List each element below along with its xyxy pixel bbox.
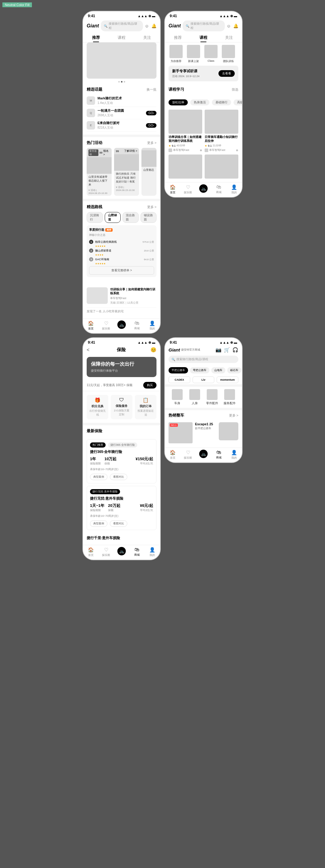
ins-btn-example-1[interactable]: 典型案例 [90,521,107,527]
service-cat-1[interactable]: 人身 [186,389,203,405]
route-list-item-0[interactable]: 1 独库公路经典路线 575.8 公里 [89,239,154,245]
ins-nav-home[interactable]: 🏠 首页 [83,547,98,557]
route-tag-0[interactable]: 沉浸骑行 [87,212,103,223]
tab-course-recommend[interactable]: 推荐 [165,33,191,42]
promo-btn[interactable]: 去看看 [219,70,235,77]
ins-hero-sub: 捷安特骑行体验平台 [91,369,152,373]
sep-1 [83,135,160,137]
notification-icon[interactable]: 🔔 [151,24,157,28]
ins-nav-shop[interactable]: 🛍 商城 [129,547,145,557]
course-cat-2[interactable]: Class [203,45,219,63]
shop-nav-explore[interactable]: ♡ 探乐斯 [180,450,196,460]
activity-card-0[interactable]: 官方活动 99 报名 > 山里没有减速带 都总能让人慢下来 ¥ 活动 | 202… [87,148,111,196]
course-card-1[interactable]: 日常骑车通勤小知识骑行后拉伸 ★ 9.1 21分钟 单车智驾Fast ⊕ [205,110,238,152]
filter-label[interactable]: 筛选 [232,87,238,92]
course-nav-profile[interactable]: 👤 我的 [227,184,242,194]
nav-ride[interactable]: 🚲 [114,320,129,331]
add-btn-0[interactable]: ⊕ [200,149,202,152]
course-nav-explore[interactable]: ♡ 探乐斯 [180,184,196,194]
filter-tag-1[interactable]: 热身激活 [190,99,209,105]
tab-home-course[interactable]: 课程 [109,33,134,42]
tab-home-recommend[interactable]: 推荐 [83,33,109,42]
shop-cart-icon[interactable]: 🛒 [224,347,230,353]
route-tag-3[interactable]: 铺设路面 [140,212,157,223]
route-more[interactable]: 更多 > [147,205,157,209]
route-tag-1[interactable]: 山野林道 [105,212,121,223]
ins-back-btn[interactable]: < [87,347,89,353]
activity-card-meta-1: ¥ 活动 | 2024.08.15-10.30 [114,185,139,193]
filter-tag-3[interactable]: 高级技巧 [233,99,242,105]
nav-shop[interactable]: 🛍 商城 [129,320,145,331]
ins-nav-ride[interactable]: 🚲 [114,547,129,557]
filter-tag-2[interactable]: 基础骑行 [212,99,231,105]
activity-btn-1[interactable]: 了解详情 > [124,149,137,153]
filter-tag-0[interactable]: 放松拉伸 [168,99,188,105]
shop-nav-ride[interactable]: 🚲 [196,450,211,460]
ins-tab-1-0[interactable]: 捷行无忧·意外车损险 [90,489,120,494]
shop-nav-profile[interactable]: 👤 我的 [227,450,242,460]
topic-go-btn-2[interactable]: GO› [146,123,157,128]
course-nav-ride[interactable]: 🚲 [196,184,211,194]
brand-tag-2[interactable]: momentum [217,376,238,383]
ins-tab-hot[interactable]: 热门推荐 [90,442,106,447]
course-notification-icon[interactable]: 🔔 [233,24,238,28]
shop-camera-icon[interactable]: 📷 [216,347,222,353]
route-list-item-1[interactable]: 2 骊山虎坡香道 29.8 公里 [89,248,154,254]
bike-cat-0[interactable]: 平把公路车 [168,367,188,373]
nav-explore[interactable]: ♡ 探乐斯 [98,320,114,331]
activity-btn-0[interactable]: 报名 > [103,149,110,156]
nav-profile[interactable]: 👤 我的 [145,320,160,331]
bike-cat-1[interactable]: 弯把公路车 [190,367,209,373]
product-card-0[interactable]: NO.1 Escape1 25 款平把公路车 [168,421,238,445]
route-list-item-2[interactable]: 3 GAC环海南 64.8 公里 [89,256,154,262]
shop-headphone-icon[interactable]: 🎧 [232,347,238,353]
neutral-color-fill-label: Neutral Color Fill [2,2,32,7]
bike-cat-2[interactable]: 山地车 [211,367,225,373]
activity-card-1[interactable]: 99 了解详情 > 骑行的快乐 只有试过才知道 骑行友好计划！有奖 ¥ 活动 |… [114,148,139,196]
ins-nav-profile[interactable]: 👤 我的 [145,547,160,557]
add-btn-1[interactable]: ⊕ [236,149,238,152]
course-search[interactable]: 🔍 搜索骑行路线/商品/课程 [183,21,225,31]
brand-tag-1[interactable]: Liv [193,376,214,383]
activity-more[interactable]: 更多 > [147,141,157,145]
course-cat-1[interactable]: 新课上架 [186,45,201,63]
topic-go-btn-1[interactable]: GO› [146,111,157,115]
view-all-btn[interactable]: 查看完整榜单 > [89,266,154,275]
shop-nav-home[interactable]: 🏠 首页 [165,450,180,460]
course-card-3[interactable] [205,155,238,180]
ins-quick-2[interactable]: 📋 我的订单 投案进度贴近追 [135,395,157,419]
route-tag-2[interactable]: 混合路面 [123,212,139,223]
topics-refresh[interactable]: 换一批 [147,87,157,92]
shop-search[interactable]: 🔍 搜索骑行路线/商品/课程 [168,356,238,363]
ins-btn-compare-1[interactable]: 看图对比 [110,521,127,527]
ins-quick-0[interactable]: 🎁 积分兑换 出行价值储无线 [87,395,108,419]
ins-nav-explore[interactable]: ♡ 探乐斯 [98,547,114,557]
course-cat-0[interactable]: 为你推荐 [168,45,184,63]
service-cat-0[interactable]: 车身 [168,389,186,405]
ins-btn-compare-0[interactable]: 看图对比 [110,474,127,480]
brand-tag-0[interactable]: CADEX [168,376,190,383]
activity-card-2[interactable]: 山里都总 [141,148,157,196]
course-card-2[interactable] [168,155,202,180]
ins-tab-name[interactable]: 捷行365·全年骑行险 [108,442,137,447]
course-nav-home[interactable]: 🏠 首页 [165,184,180,194]
tab-course-course[interactable]: 课程 [191,33,216,42]
content-card[interactable]: 功训练分享｜如何搭建室内骑行训练系统 单车智驾Fast 无锡·滨湖区｜12具公里 [87,285,157,308]
profile-icon[interactable]: ☺ [145,24,149,28]
shop-nav-shop[interactable]: 🛍 商城 [211,450,227,460]
course-cat-3[interactable]: 团队训练 [221,45,236,63]
nav-home[interactable]: 🏠 首页 [83,320,98,331]
service-cat-2[interactable]: 零件配件 [203,389,221,405]
ins-btn-example-0[interactable]: 典型案例 [90,474,107,480]
bike-cat-3[interactable]: 砾石车 [227,367,241,373]
home-search[interactable]: 🔍 搜索骑行路线/商品/课程 [101,21,143,31]
course-nav-shop[interactable]: 🛍 商城 [211,184,227,194]
course-card-0[interactable]: 功率训练分享｜如何搭建室内骑行训练系统 ★ 9.1 40分钟 单车智驾Fast … [168,110,202,152]
tab-home-follow[interactable]: 关注 [134,33,160,42]
course-profile-icon[interactable]: ☺ [227,24,231,28]
service-cat-3[interactable]: 服务配件 [221,389,238,405]
ins-buy-btn[interactable]: 购买 [143,382,157,389]
tab-course-follow[interactable]: 关注 [216,33,242,42]
ins-quick-1[interactable]: 🛡 保险服务 1V1保险方案定制 [111,395,132,419]
hot-products-more[interactable]: 更多 > [229,413,238,418]
